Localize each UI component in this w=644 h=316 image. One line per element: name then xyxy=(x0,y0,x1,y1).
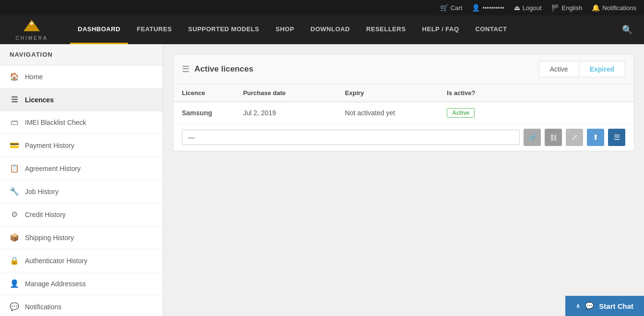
language-label: English xyxy=(562,4,583,12)
credit-icon: ⚙ xyxy=(10,210,19,219)
svg-point-2 xyxy=(30,22,33,25)
unlink-icon: ⛓ xyxy=(550,134,557,142)
cart-icon: 🛒 xyxy=(440,4,448,12)
upload-icon: ⬆ xyxy=(593,133,599,142)
nav-download[interactable]: DOWNLOAD xyxy=(303,15,358,44)
notifications-topbar-label: Notifications xyxy=(602,4,636,12)
sidebar-item-authenticator-history[interactable]: 🔒 Authenticator History xyxy=(0,249,163,272)
payment-icon: 💳 xyxy=(10,141,19,150)
nav-help-faq[interactable]: HELP / FAQ xyxy=(415,15,467,44)
licences-icon: ☰ xyxy=(10,95,19,104)
notifications-topbar[interactable]: 🔔 Notifications xyxy=(592,4,636,12)
table-row: Samsung Jul 2, 2019 Not activated yet Ac… xyxy=(173,102,634,124)
sidebar-item-licences[interactable]: ☰ Licences xyxy=(0,88,163,111)
sidebar-item-licences-label: Licences xyxy=(25,96,54,104)
logout-icon: ⏏ xyxy=(514,4,520,12)
address-icon: 👤 xyxy=(10,279,19,288)
nav-links: DASHBOARD FEATURES SUPPORTED MODELS SHOP… xyxy=(70,15,618,44)
licence-title-icon: ☰ xyxy=(182,64,190,74)
col-header-expiry: Expiry xyxy=(345,89,447,97)
row-licence: Samsung xyxy=(182,109,243,117)
action-unlink-button[interactable]: ⛓ xyxy=(545,129,562,146)
col-header-active: Is active? xyxy=(447,89,523,97)
topbar: 🛒 Cart 👤 •••••••••• ⏏ Logout 🏴 English 🔔… xyxy=(0,0,644,15)
nav-supported-models[interactable]: SUPPORTED MODELS xyxy=(180,15,267,44)
logo: CHIMERA xyxy=(8,19,56,41)
row-expiry: Not activated yet xyxy=(345,109,447,117)
sidebar-item-shipping-history[interactable]: 📦 Shipping History xyxy=(0,226,163,249)
licence-tabs: Active Expired xyxy=(539,61,625,77)
sidebar-item-agreement-label: Agreement History xyxy=(25,165,81,172)
action-expand-button[interactable]: ⤢ xyxy=(566,129,583,146)
sidebar-item-auth-label: Authenticator History xyxy=(25,257,87,265)
nav-resellers[interactable]: RESELLERS xyxy=(358,15,414,44)
sidebar-item-imei[interactable]: 🗃 IMEI Blacklist Check xyxy=(0,111,163,134)
col-header-licence: Licence xyxy=(182,89,243,97)
table-header: Licence Purchase date Expiry Is active? xyxy=(173,85,634,102)
notifications-sidebar-icon: 💬 xyxy=(10,302,19,311)
language-selector[interactable]: 🏴 English xyxy=(551,4,583,12)
flag-icon: 🏴 xyxy=(551,4,560,12)
sidebar-item-notifications-label: Notifications xyxy=(25,303,61,311)
logout-button[interactable]: ⏏ Logout xyxy=(514,4,542,12)
nav-contact[interactable]: CONTACT xyxy=(468,15,515,44)
sidebar-item-payment-history[interactable]: 💳 Payment History xyxy=(0,134,163,157)
job-icon: 🔧 xyxy=(10,187,19,196)
licence-section-title: Active licences xyxy=(194,64,253,74)
licence-title-area: ☰ Active licences xyxy=(182,64,253,74)
sidebar-item-credit-history[interactable]: ⚙ Credit History xyxy=(0,203,163,226)
user-account[interactable]: 👤 •••••••••• xyxy=(472,4,504,12)
col-header-purchase: Purchase date xyxy=(243,89,345,97)
sidebar-item-job-label: Job History xyxy=(25,188,59,195)
sidebar: NAVIGATION 🏠 Home ☰ Licences 🗃 IMEI Blac… xyxy=(0,44,163,316)
sidebar-item-credit-label: Credit History xyxy=(25,211,66,219)
imei-icon: 🗃 xyxy=(10,118,19,127)
sidebar-item-address-label: Manage Addressess xyxy=(25,280,86,288)
licence-card: ☰ Active licences Active Expired Licence… xyxy=(173,54,634,151)
shipping-icon: 📦 xyxy=(10,233,19,242)
licence-action-dropdown[interactable]: — xyxy=(182,130,520,145)
licence-header: ☰ Active licences Active Expired xyxy=(173,54,634,85)
user-icon: 👤 xyxy=(472,4,480,12)
nav-shop[interactable]: SHOP xyxy=(268,15,302,44)
expand-icon: ⤢ xyxy=(572,133,578,142)
page-layout: NAVIGATION 🏠 Home ☰ Licences 🗃 IMEI Blac… xyxy=(0,44,644,316)
sidebar-item-job-history[interactable]: 🔧 Job History xyxy=(0,180,163,203)
row-purchase-date: Jul 2, 2019 xyxy=(243,109,345,117)
action-list-button[interactable]: ☰ xyxy=(608,129,625,146)
user-label: •••••••••• xyxy=(482,4,504,12)
sidebar-item-shipping-label: Shipping History xyxy=(25,234,74,242)
logout-label: Logout xyxy=(523,4,542,12)
action-link-button[interactable]: 🔗 xyxy=(524,129,541,146)
chat-bubble-icon: 💬 xyxy=(585,302,594,310)
chimera-icon xyxy=(23,19,41,35)
search-icon[interactable]: 🔍 xyxy=(618,24,636,35)
sidebar-item-manage-addresses[interactable]: 👤 Manage Addressess xyxy=(0,272,163,295)
action-upload-button[interactable]: ⬆ xyxy=(587,129,604,146)
sidebar-item-agreement-history[interactable]: 📋 Agreement History xyxy=(0,157,163,180)
status-badge: Active xyxy=(447,108,475,118)
sidebar-item-home[interactable]: 🏠 Home xyxy=(0,65,163,88)
tab-active[interactable]: Active xyxy=(539,61,579,77)
home-icon: 🏠 xyxy=(10,72,19,81)
sidebar-item-notifications[interactable]: 💬 Notifications xyxy=(0,295,163,316)
start-chat-button[interactable]: ∧ 💬 Start Chat xyxy=(565,296,644,316)
list-icon: ☰ xyxy=(614,133,620,142)
main-content: ☰ Active licences Active Expired Licence… xyxy=(163,44,644,316)
sidebar-item-payment-label: Payment History xyxy=(25,142,74,149)
nav-dashboard[interactable]: DASHBOARD xyxy=(70,15,128,44)
auth-icon: 🔒 xyxy=(10,256,19,265)
chat-chevron-icon: ∧ xyxy=(576,303,580,309)
cart-button[interactable]: 🛒 Cart xyxy=(440,4,463,12)
sidebar-item-imei-label: IMEI Blacklist Check xyxy=(25,119,86,126)
sidebar-item-home-label: Home xyxy=(25,73,43,81)
cart-label: Cart xyxy=(451,4,463,12)
tab-expired[interactable]: Expired xyxy=(579,61,625,77)
nav-features[interactable]: FEATURES xyxy=(129,15,179,44)
start-chat-label: Start Chat xyxy=(599,302,633,310)
row-is-active: Active xyxy=(447,108,523,118)
link-icon: 🔗 xyxy=(528,133,537,142)
agreement-icon: 📋 xyxy=(10,164,19,173)
main-nav: CHIMERA DASHBOARD FEATURES SUPPORTED MOD… xyxy=(0,15,644,44)
sidebar-nav-title: NAVIGATION xyxy=(0,44,163,65)
